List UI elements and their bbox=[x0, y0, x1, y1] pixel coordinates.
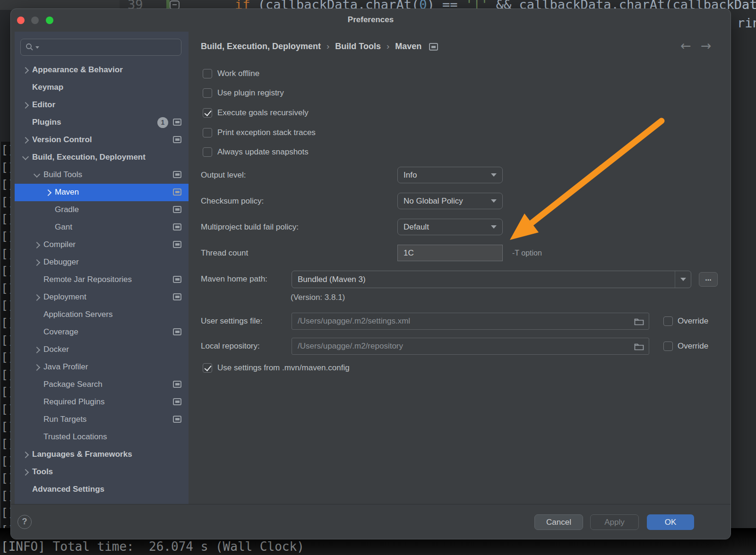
checkbox-row-execute-goals-recursively[interactable]: Execute goals recursively bbox=[203, 104, 309, 121]
back-arrow-icon[interactable]: ← bbox=[680, 38, 691, 53]
background-panel bbox=[0, 10, 10, 142]
sidebar-item-plugins[interactable]: Plugins 1 bbox=[15, 114, 189, 131]
chevron-icon bbox=[45, 189, 52, 196]
settings-indicator-icon bbox=[173, 188, 181, 196]
maven-version-text: (Version: 3.8.1) bbox=[291, 293, 345, 302]
checkbox-row-print-exception-stack-traces[interactable]: Print exception stack traces bbox=[203, 124, 316, 141]
chevron-down-icon bbox=[491, 173, 497, 177]
chevron-icon bbox=[22, 469, 29, 476]
settings-indicator-icon bbox=[173, 293, 181, 300]
cancel-button[interactable]: Cancel bbox=[534, 514, 583, 530]
sidebar-item-appearance-behavior[interactable]: Appearance & Behavior bbox=[15, 61, 189, 79]
sidebar-item-deployment[interactable]: Deployment bbox=[15, 289, 189, 306]
sidebar-item-gant[interactable]: Gant bbox=[15, 219, 189, 236]
checkbox-row-use-maven-config[interactable]: Use settings from .mvn/maven.config bbox=[203, 359, 350, 376]
maven-home-combobox[interactable]: Bundled (Maven 3) bbox=[292, 271, 691, 288]
sidebar-item-compiler[interactable]: Compiler bbox=[15, 236, 189, 254]
sidebar-item-docker[interactable]: Docker bbox=[15, 341, 189, 359]
checkbox[interactable] bbox=[663, 316, 673, 326]
breadcrumb-item[interactable]: Build Tools bbox=[335, 42, 381, 51]
sidebar-item-remote-jar-repositories[interactable]: Remote Jar Repositories bbox=[15, 271, 189, 289]
terminal-output-line: [INFO] Total time: 26.074 s (Wall Clock) bbox=[1, 539, 304, 554]
sidebar-item-editor[interactable]: Editor bbox=[15, 96, 189, 114]
search-input[interactable] bbox=[20, 39, 181, 56]
settings-indicator-icon bbox=[173, 381, 181, 388]
checkbox[interactable] bbox=[203, 363, 212, 373]
sidebar-item-required-plugins[interactable]: Required Plugins bbox=[15, 393, 189, 411]
checkbox[interactable] bbox=[663, 342, 673, 351]
sidebar-item-package-search[interactable]: Package Search bbox=[15, 376, 189, 393]
checkbox-row-use-plugin-registry[interactable]: Use plugin registry bbox=[203, 85, 284, 102]
sidebar-item-application-servers[interactable]: Application Servers bbox=[15, 306, 189, 324]
user-settings-input[interactable]: /Users/upagge/.m2/settings.xml bbox=[292, 313, 649, 330]
apply-button[interactable]: Apply bbox=[590, 514, 639, 530]
chevron-icon bbox=[22, 102, 29, 109]
checksum-policy-select[interactable]: No Global Policy bbox=[397, 193, 503, 209]
dialog-title: Preferences bbox=[11, 15, 730, 25]
folder-icon[interactable] bbox=[634, 342, 644, 350]
breadcrumb-item[interactable]: Maven bbox=[395, 42, 421, 51]
local-repository-input[interactable]: /Users/upagge/.m2/repository bbox=[292, 338, 649, 355]
checkbox-row-work-offline[interactable]: Work offline bbox=[203, 65, 259, 82]
ok-button[interactable]: OK bbox=[647, 514, 694, 530]
search-icon bbox=[26, 43, 34, 51]
sidebar-item-maven[interactable]: Maven bbox=[15, 184, 189, 201]
output-level-select[interactable]: Info bbox=[397, 167, 503, 183]
preferences-dialog: Preferences Appearance & Behavior Keymap… bbox=[10, 9, 731, 539]
sidebar-item-trusted-locations[interactable]: Trusted Locations bbox=[15, 428, 189, 446]
breadcrumb-item[interactable]: Build, Execution, Deployment bbox=[201, 42, 321, 51]
breadcrumb-separator: › bbox=[326, 41, 329, 51]
settings-indicator-icon bbox=[173, 416, 181, 423]
sidebar-item-debugger[interactable]: Debugger bbox=[15, 254, 189, 271]
chevron-icon bbox=[34, 259, 40, 266]
settings-indicator-icon bbox=[173, 136, 181, 143]
thread-count-label: Thread count bbox=[201, 245, 248, 262]
settings-indicator-icon bbox=[173, 276, 181, 283]
chevron-down-icon bbox=[491, 199, 497, 203]
checkbox[interactable] bbox=[203, 69, 212, 78]
sidebar-item-keymap[interactable]: Keymap bbox=[15, 79, 189, 96]
breadcrumb-separator: › bbox=[387, 41, 389, 51]
settings-indicator-icon bbox=[173, 171, 181, 178]
sidebar-item-run-targets[interactable]: Run Targets bbox=[15, 411, 189, 428]
sidebar-item-languages-frameworks[interactable]: Languages & Frameworks bbox=[15, 446, 189, 463]
chevron-icon bbox=[34, 347, 40, 353]
chevron-icon bbox=[22, 67, 29, 74]
sidebar-item-tools[interactable]: Tools bbox=[15, 463, 189, 481]
chevron-icon bbox=[34, 171, 40, 178]
checkbox[interactable] bbox=[203, 88, 212, 98]
chevron-icon bbox=[22, 154, 29, 160]
checkbox[interactable] bbox=[203, 128, 212, 137]
help-button[interactable]: ? bbox=[17, 515, 32, 529]
checkbox[interactable] bbox=[203, 108, 212, 118]
sidebar-item-version-control[interactable]: Version Control bbox=[15, 131, 189, 149]
sidebar-item-build-execution-deployment[interactable]: Build, Execution, Deployment bbox=[15, 149, 189, 166]
settings-sidebar: Appearance & Behavior Keymap Editor Plug… bbox=[15, 32, 189, 504]
sidebar-item-java-profiler[interactable]: Java Profiler bbox=[15, 359, 189, 376]
checkbox[interactable] bbox=[203, 147, 212, 157]
settings-indicator-icon bbox=[173, 206, 181, 213]
chevron-icon bbox=[34, 294, 40, 301]
checkbox-row-always-update-snapshots[interactable]: Always update snapshots bbox=[203, 144, 309, 161]
chevron-down-icon[interactable] bbox=[675, 271, 691, 288]
sidebar-item-build-tools[interactable]: Build Tools bbox=[15, 166, 189, 184]
sidebar-item-advanced-settings[interactable]: Advanced Settings bbox=[15, 481, 189, 498]
multiproject-policy-select[interactable]: Default bbox=[397, 219, 503, 235]
settings-indicator-icon bbox=[173, 398, 181, 405]
search-filter-chevron-icon bbox=[35, 46, 39, 49]
sidebar-item-coverage[interactable]: Coverage bbox=[15, 324, 189, 341]
plugins-count-badge: 1 bbox=[157, 117, 168, 128]
output-level-label: Output level: bbox=[201, 167, 246, 184]
folder-icon[interactable] bbox=[634, 317, 644, 325]
settings-indicator-icon bbox=[173, 328, 181, 335]
browse-button[interactable]: ... bbox=[699, 272, 718, 287]
user-settings-label: User settings file: bbox=[201, 313, 262, 330]
sidebar-item-gradle[interactable]: Gradle bbox=[15, 201, 189, 219]
override-row[interactable]: Override bbox=[663, 338, 708, 355]
code-line-fragment: rin bbox=[737, 16, 756, 30]
override-row[interactable]: Override bbox=[663, 313, 708, 330]
thread-count-input[interactable]: 1C bbox=[397, 245, 503, 261]
forward-arrow-icon[interactable]: → bbox=[701, 38, 712, 53]
checksum-policy-label: Checksum policy: bbox=[201, 193, 264, 210]
chevron-icon bbox=[34, 242, 40, 248]
